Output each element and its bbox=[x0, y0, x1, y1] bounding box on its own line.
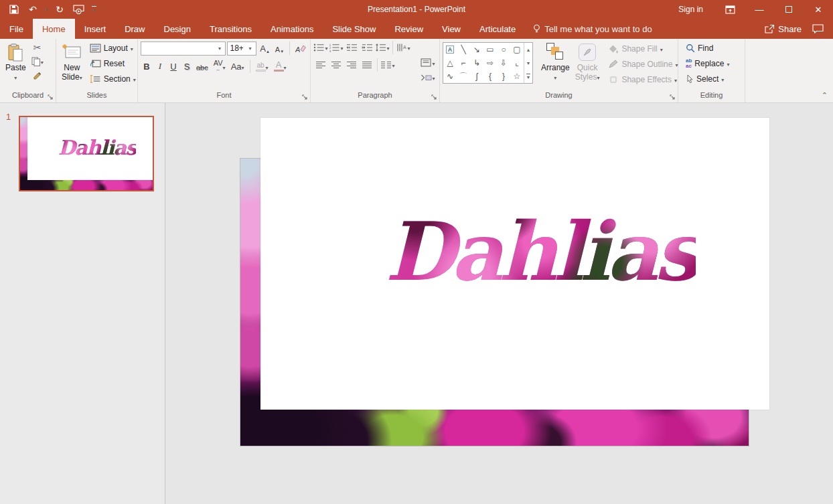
tab-insert[interactable]: Insert bbox=[75, 19, 116, 39]
shape-star[interactable]: ☆ bbox=[510, 70, 524, 83]
ribbon-display-options-button[interactable] bbox=[715, 0, 745, 19]
slide-1-thumbnail[interactable]: Dahlias bbox=[19, 116, 154, 191]
cut-button[interactable]: ✂ bbox=[30, 41, 45, 54]
shape-arrow[interactable]: ↘ bbox=[470, 43, 483, 56]
numbering-button[interactable]: 123 bbox=[329, 41, 344, 54]
italic-button[interactable]: I bbox=[154, 59, 166, 74]
underline-button[interactable]: U bbox=[167, 59, 179, 74]
font-color-button[interactable]: A bbox=[272, 59, 289, 74]
shape-triangle[interactable]: △ bbox=[443, 56, 457, 70]
decrease-indent-button[interactable] bbox=[344, 41, 359, 54]
font-name-caret[interactable]: ▾ bbox=[215, 46, 224, 52]
maximize-button[interactable] bbox=[774, 0, 804, 19]
text-direction-button[interactable]: A bbox=[396, 41, 410, 54]
font-size-input[interactable] bbox=[228, 43, 245, 54]
decrease-font-size-button[interactable]: A▼ bbox=[273, 41, 286, 56]
paste-dropdown[interactable] bbox=[14, 73, 17, 82]
white-overlay-shape[interactable]: Dahlias bbox=[260, 118, 769, 410]
shape-elbow-connector[interactable]: ⌐ bbox=[457, 56, 470, 70]
arrange-button[interactable]: Arrange bbox=[538, 41, 573, 82]
font-size-caret[interactable]: ▾ bbox=[245, 46, 254, 52]
save-button[interactable] bbox=[5, 2, 23, 17]
columns-button[interactable] bbox=[380, 58, 395, 72]
quick-styles-button[interactable]: Quick Styles bbox=[573, 41, 603, 82]
format-painter-button[interactable] bbox=[30, 69, 45, 82]
undo-dropdown[interactable] bbox=[43, 2, 50, 17]
character-spacing-button[interactable]: AV↔ bbox=[212, 59, 228, 74]
font-dialog-launcher[interactable] bbox=[301, 94, 309, 101]
change-case-button[interactable]: Aa bbox=[229, 59, 246, 74]
text-shadow-button[interactable]: S bbox=[181, 59, 193, 74]
tab-view[interactable]: View bbox=[433, 19, 470, 39]
paragraph-dialog-launcher[interactable] bbox=[431, 94, 438, 101]
redo-button[interactable]: ↻ bbox=[51, 2, 68, 17]
justify-button[interactable] bbox=[360, 58, 374, 72]
shape-down-arrow[interactable]: ⇩ bbox=[497, 56, 510, 70]
align-text-button[interactable] bbox=[421, 56, 435, 70]
shape-right-brace[interactable]: } bbox=[497, 70, 510, 83]
shape-effects-button[interactable]: Shape Effects bbox=[606, 72, 680, 87]
shapes-scroll-up-button[interactable]: ▲ bbox=[524, 43, 532, 56]
increase-font-size-button[interactable]: A▲ bbox=[258, 41, 272, 56]
align-center-button[interactable] bbox=[329, 58, 344, 72]
shape-left-brace[interactable]: { bbox=[483, 70, 497, 83]
shape-right-arrow[interactable]: ⇨ bbox=[483, 56, 497, 70]
minimize-button[interactable]: — bbox=[745, 0, 774, 19]
layout-button[interactable]: Layout bbox=[88, 41, 138, 56]
shape-elbow-arrow-connector[interactable]: ↳ bbox=[470, 56, 483, 70]
shape-oval[interactable]: ○ bbox=[497, 43, 510, 56]
strikethrough-button[interactable]: abc bbox=[194, 59, 210, 74]
convert-smartart-button[interactable] bbox=[421, 71, 435, 84]
increase-indent-button[interactable] bbox=[360, 41, 374, 54]
tab-slide-show[interactable]: Slide Show bbox=[323, 19, 385, 39]
find-button[interactable]: Find bbox=[684, 41, 731, 56]
font-name-input[interactable] bbox=[141, 43, 215, 54]
align-right-button[interactable] bbox=[344, 58, 359, 72]
share-button[interactable]: Share bbox=[757, 19, 808, 39]
shapes-gallery-more-button[interactable]: ▼ bbox=[524, 70, 532, 83]
close-button[interactable]: ✕ bbox=[804, 0, 833, 19]
tab-draw[interactable]: Draw bbox=[115, 19, 154, 39]
copy-button[interactable] bbox=[30, 55, 45, 68]
tab-articulate[interactable]: Articulate bbox=[470, 19, 525, 39]
bold-button[interactable]: B bbox=[141, 59, 153, 74]
shape-line[interactable]: ╲ bbox=[457, 43, 470, 56]
shape-corner[interactable]: ⌞ bbox=[510, 56, 524, 70]
tab-transitions[interactable]: Transitions bbox=[200, 19, 261, 39]
font-color-caret[interactable] bbox=[284, 62, 287, 72]
align-left-button[interactable] bbox=[313, 58, 328, 72]
slide-title-textbox[interactable]: Dahlias bbox=[260, 212, 769, 292]
undo-button[interactable]: ↶ bbox=[24, 2, 42, 17]
tab-review[interactable]: Review bbox=[385, 19, 433, 39]
copy-dropdown[interactable] bbox=[41, 57, 44, 66]
clear-formatting-button[interactable]: A bbox=[293, 41, 308, 56]
shape-scribble[interactable]: ∿ bbox=[443, 70, 457, 83]
font-name-combo[interactable]: ▾ bbox=[141, 41, 226, 56]
shape-rectangle[interactable]: ▭ bbox=[483, 43, 497, 56]
tab-design[interactable]: Design bbox=[155, 19, 200, 39]
text-highlight-caret[interactable] bbox=[266, 62, 269, 72]
shape-outline-button[interactable]: Shape Outline bbox=[606, 57, 680, 72]
line-spacing-button[interactable] bbox=[375, 41, 390, 54]
tell-me-box[interactable]: Tell me what you want to do bbox=[525, 19, 660, 39]
comments-button[interactable] bbox=[808, 19, 833, 39]
drawing-dialog-launcher[interactable] bbox=[669, 94, 676, 101]
reset-button[interactable]: Reset bbox=[88, 56, 138, 71]
customize-quick-access-toolbar-button[interactable] bbox=[88, 2, 99, 17]
clipboard-dialog-launcher[interactable] bbox=[47, 94, 54, 101]
bullets-button[interactable] bbox=[313, 41, 328, 54]
sign-in-link[interactable]: Sign in bbox=[666, 5, 715, 14]
shape-rounded-rectangle[interactable]: ▢ bbox=[510, 43, 524, 56]
tab-animations[interactable]: Animations bbox=[261, 19, 323, 39]
shape-curve[interactable]: ʃ bbox=[470, 70, 483, 83]
new-slide-button[interactable]: New Slide bbox=[59, 41, 85, 82]
shape-arc[interactable]: ⌒ bbox=[457, 70, 470, 83]
tab-file[interactable]: File bbox=[0, 19, 33, 39]
text-highlight-color-button[interactable]: ab bbox=[254, 59, 271, 74]
tab-home[interactable]: Home bbox=[33, 19, 75, 39]
section-button[interactable]: Section bbox=[88, 72, 138, 86]
shape-fill-button[interactable]: Shape Fill bbox=[606, 41, 680, 56]
start-from-beginning-button[interactable] bbox=[70, 2, 87, 17]
replace-button[interactable]: abac Replace bbox=[684, 56, 731, 71]
shapes-scroll-down-button[interactable]: ▼ bbox=[524, 56, 532, 70]
